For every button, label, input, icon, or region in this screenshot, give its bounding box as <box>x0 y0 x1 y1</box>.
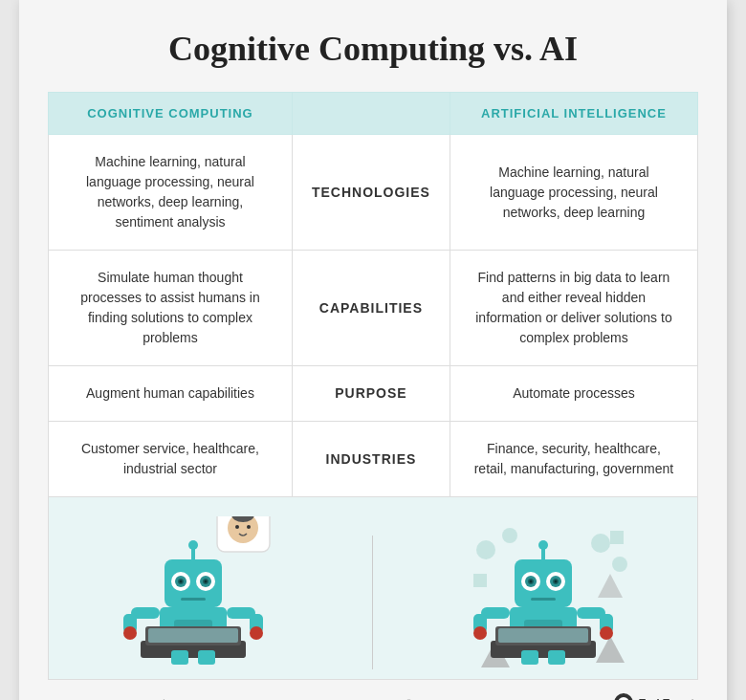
illustration-row <box>49 507 697 669</box>
svg-point-49 <box>529 580 532 583</box>
footer-right: ©2019 TECHTARGET. ALL RIGHTS RESERVED Te… <box>406 691 694 700</box>
left-header: COGNITIVE COMPUTING <box>49 93 293 135</box>
svg-point-11 <box>188 540 198 550</box>
svg-point-7 <box>235 525 239 529</box>
main-card: Cognitive Computing vs. AI COGNITIVE COM… <box>19 0 727 700</box>
svg-point-62 <box>600 626 613 640</box>
svg-point-34 <box>476 540 495 559</box>
svg-rect-67 <box>548 650 565 665</box>
label-cell-2: PURPOSE <box>292 366 450 422</box>
svg-rect-20 <box>181 598 206 601</box>
right-header: ARTIFICIAL INTELLIGENCE <box>450 93 697 135</box>
label-cell-1: CAPABILITIES <box>292 251 450 366</box>
svg-point-45 <box>538 540 548 550</box>
svg-rect-33 <box>198 650 215 665</box>
table-row: Simulate human thought processes to assi… <box>49 251 698 366</box>
svg-point-8 <box>247 525 251 529</box>
label-cell-0: TECHNOLOGIES <box>292 135 450 251</box>
svg-rect-39 <box>610 531 624 544</box>
left-robot <box>112 516 284 669</box>
svg-rect-32 <box>171 650 188 665</box>
table-row: Machine learning, natural language proce… <box>49 135 698 251</box>
svg-point-19 <box>205 580 208 583</box>
label-cell-3: INDUSTRIES <box>292 422 450 497</box>
left-cell-1: Simulate human thought processes to assi… <box>49 251 293 366</box>
svg-rect-54 <box>531 598 556 601</box>
right-cell-1: Find patterns in big data to learn and e… <box>450 251 697 366</box>
main-title: Cognitive Computing vs. AI <box>48 29 698 69</box>
svg-point-36 <box>591 534 610 553</box>
techtarget-logo: TechTarget <box>612 691 694 700</box>
techtarget-icon <box>612 691 635 700</box>
table-row: Customer service, healthcare, industrial… <box>49 422 698 497</box>
left-cell-0: Machine learning, natural language proce… <box>49 135 293 251</box>
right-cell-3: Finance, security, healthcare, retail, m… <box>450 422 697 497</box>
left-cell-2: Augment human capabilities <box>49 366 293 422</box>
svg-point-28 <box>250 626 263 640</box>
right-robot <box>462 516 634 669</box>
svg-marker-41 <box>596 636 625 663</box>
left-cell-3: Customer service, healthcare, industrial… <box>49 422 293 497</box>
right-cell-2: Automate processes <box>450 366 697 422</box>
svg-point-53 <box>554 580 557 583</box>
comparison-table: COGNITIVE COMPUTING ARTIFICIAL INTELLIGE… <box>48 92 698 497</box>
center-header-spacer <box>292 93 450 135</box>
divider <box>372 536 373 669</box>
svg-point-37 <box>612 557 627 572</box>
right-cell-0: Machine learning, natural language proce… <box>450 135 697 251</box>
svg-rect-66 <box>521 650 538 665</box>
footer: ILLUSTRATION: MIRIJAN/GETTY IMAGES ©2019… <box>48 691 698 700</box>
svg-rect-65 <box>498 628 588 643</box>
svg-rect-38 <box>473 574 487 587</box>
svg-point-25 <box>123 626 137 640</box>
svg-point-35 <box>502 528 517 543</box>
table-row: Augment human capabilitiesPURPOSEAutomat… <box>49 366 698 422</box>
svg-marker-42 <box>598 574 623 598</box>
svg-point-15 <box>180 580 183 583</box>
svg-rect-31 <box>148 628 238 643</box>
svg-point-59 <box>473 626 487 640</box>
